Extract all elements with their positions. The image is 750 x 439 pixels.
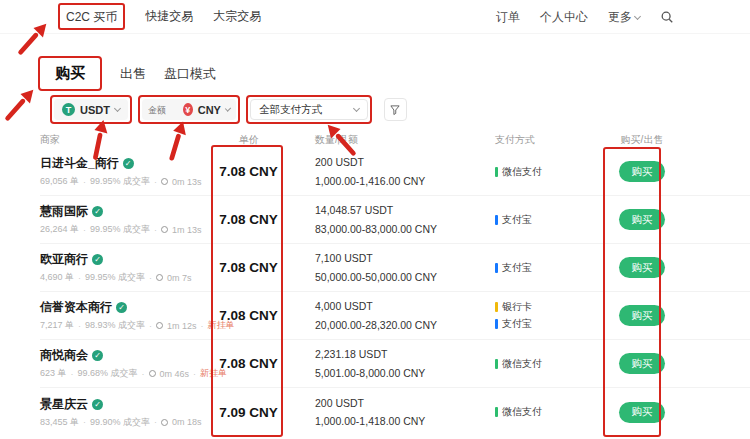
verified-icon	[92, 399, 103, 410]
merchant-release-time: 0m 7s	[167, 273, 192, 283]
clock-icon	[161, 419, 168, 426]
buy-button[interactable]: 购买	[619, 161, 665, 182]
funnel-icon	[389, 104, 401, 116]
nav-item-profile[interactable]: 个人中心	[540, 9, 588, 26]
merchant-name[interactable]: 日进斗金_商行	[40, 155, 119, 172]
payment-method: 微信支付	[495, 405, 605, 419]
payment-method-label: 支付宝	[502, 317, 532, 331]
payment-method: 支付宝	[495, 213, 605, 227]
nav-item-more[interactable]: 更多	[608, 9, 640, 26]
table-row: 日进斗金_商行 69,056 单 99.95% 成交率 0m 13s 7.08 …	[40, 148, 750, 196]
merchant-cell: 信誉资本商行 7,217 单 98.93% 成交率 1m 12s 新挂单	[40, 299, 212, 332]
merchant-release-time: 0m 46s	[160, 369, 190, 379]
chevron-down-icon	[634, 12, 641, 19]
merchant-cell: 欧亚商行 4,690 单 99.95% 成交率 0m 7s	[40, 251, 212, 284]
action-cell: 购买	[613, 161, 671, 182]
buy-button[interactable]: 购买	[619, 209, 665, 230]
verified-icon	[116, 302, 127, 313]
merchant-stats: 623 单 99.68% 成交率 0m 46s 新挂单	[40, 367, 212, 380]
payment-method: 微信支付	[495, 357, 605, 371]
col-header-action: 购买/出售	[613, 133, 671, 147]
table-row: 欧亚商行 4,690 单 99.95% 成交率 0m 7s 7.08 CNY 7…	[40, 244, 750, 292]
c2c-trading-page: C2C 买币 快捷交易 大宗交易 订单 个人中心 更多 购买 出售 盘	[0, 0, 750, 439]
merchant-orders: 7,217 单	[40, 319, 74, 332]
available-amount: 14,048.57 USDT	[315, 201, 480, 219]
payment-method-value: 全部支付方式	[259, 103, 322, 117]
payment-method-label: 微信支付	[502, 405, 542, 419]
merchant-cell: 慧雨国际 26,264 单 99.95% 成交率 1m 13s	[40, 203, 212, 236]
offer-list: 日进斗金_商行 69,056 单 99.95% 成交率 0m 13s 7.08 …	[40, 148, 750, 436]
nav-item-orders[interactable]: 订单	[496, 9, 520, 26]
verified-icon	[92, 254, 103, 265]
annotation-box-buy-tab: 购买	[38, 56, 102, 91]
payment-method-label: 微信支付	[502, 357, 542, 371]
merchant-name[interactable]: 慧雨国际	[40, 203, 88, 220]
merchant-name[interactable]: 景星庆云	[40, 396, 88, 413]
price-value: 7.08 CNY	[212, 308, 285, 323]
annotation-arrow	[1, 85, 39, 123]
nav-item-quick-trade[interactable]: 快捷交易	[145, 8, 193, 25]
payment-method-label: 微信支付	[502, 165, 542, 179]
payment-method-label: 银行卡	[502, 300, 532, 314]
chevron-down-icon	[225, 105, 231, 111]
col-header-price: 单价	[212, 133, 285, 147]
cny-icon: ¥	[183, 103, 193, 116]
buy-button[interactable]: 购买	[619, 402, 665, 423]
filter-button[interactable]	[384, 98, 407, 121]
clock-icon	[161, 226, 168, 233]
payment-cell: 微信支付	[495, 405, 605, 419]
order-limit: 83,000.00-83,000.00 CNY	[315, 220, 480, 238]
crypto-select[interactable]: T USDT	[54, 99, 128, 120]
search-icon[interactable]	[660, 10, 674, 24]
tab-sell[interactable]: 出售	[120, 65, 146, 83]
available-amount: 200 USDT	[315, 153, 480, 171]
payment-method: 支付宝	[495, 261, 605, 275]
payment-cell: 支付宝	[495, 213, 605, 227]
payment-color-bar	[495, 167, 498, 177]
merchant-name[interactable]: 欧亚商行	[40, 251, 88, 268]
merchant-name[interactable]: 商悦商会	[40, 347, 88, 364]
tab-orderbook-mode[interactable]: 盘口模式	[164, 65, 216, 83]
merchant-completion-rate: 99.95% 成交率	[85, 271, 145, 284]
amount-input[interactable]	[148, 105, 178, 115]
annotation-box-fiat: ¥ CNY	[138, 95, 240, 124]
nav-item-block-trade[interactable]: 大宗交易	[213, 8, 261, 25]
available-amount: 4,000 USDT	[315, 297, 480, 315]
annotation-box-payment: 全部支付方式	[246, 95, 372, 124]
table-row: 信誉资本商行 7,217 单 98.93% 成交率 1m 12s 新挂单 7.0…	[40, 292, 750, 340]
payment-method: 银行卡	[495, 300, 605, 314]
crypto-select-value: USDT	[80, 104, 110, 116]
nav-item-c2c-buy[interactable]: C2C 买币	[66, 10, 117, 24]
buy-button[interactable]: 购买	[619, 257, 665, 278]
merchant-stats: 4,690 单 99.95% 成交率 0m 7s	[40, 271, 212, 284]
payment-color-bar	[495, 302, 498, 312]
order-limit: 20,000.00-28,320.00 CNY	[315, 316, 480, 334]
chevron-down-icon	[114, 105, 121, 112]
buy-button[interactable]: 购买	[619, 305, 665, 326]
available-amount: 200 USDT	[315, 394, 480, 412]
fiat-select-value[interactable]: CNY	[198, 104, 221, 116]
merchant-release-time: 1m 12s	[167, 321, 197, 331]
price-value: 7.08 CNY	[212, 212, 285, 227]
buy-button[interactable]: 购买	[619, 353, 665, 374]
verified-icon	[123, 158, 134, 169]
order-limit: 1,000.00-1,418.00 CNY	[315, 412, 480, 430]
merchant-name[interactable]: 信誉资本商行	[40, 299, 112, 316]
order-limit: 1,000.00-1,416.00 CNY	[315, 172, 480, 190]
action-cell: 购买	[613, 353, 671, 374]
payment-method-select[interactable]: 全部支付方式	[250, 99, 368, 120]
payment-method: 支付宝	[495, 317, 605, 331]
payment-color-bar	[495, 319, 498, 329]
tab-buy[interactable]: 购买	[55, 64, 85, 81]
merchant-orders: 69,056 单	[40, 175, 79, 188]
merchant-release-time: 0m 13s	[172, 177, 202, 187]
price-value: 7.08 CNY	[212, 260, 285, 275]
merchant-orders: 26,264 单	[40, 223, 79, 236]
merchant-orders: 4,690 单	[40, 271, 74, 284]
merchant-stats: 83,455 单 99.90% 成交率 0m 18s	[40, 416, 212, 429]
merchant-stats: 69,056 单 99.95% 成交率 0m 13s	[40, 175, 212, 188]
action-cell: 购买	[613, 305, 671, 326]
verified-icon	[92, 350, 103, 361]
merchant-completion-rate: 99.90% 成交率	[90, 416, 150, 429]
table-row: 景星庆云 83,455 单 99.90% 成交率 0m 18s 7.09 CNY…	[40, 388, 750, 436]
